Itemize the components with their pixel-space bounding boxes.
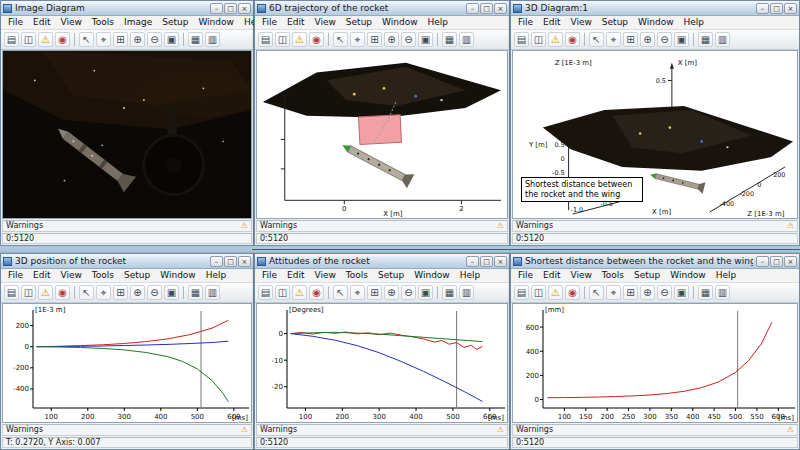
crosshair-icon[interactable]: ⌖	[606, 32, 621, 47]
zoom-in-icon[interactable]: ⊕	[640, 32, 655, 47]
close-button[interactable]: ×	[238, 3, 251, 14]
layout-icon[interactable]: ▥	[459, 32, 474, 47]
grid-icon[interactable]: ▦	[698, 285, 713, 300]
menu-item-edit[interactable]: Edit	[282, 16, 309, 29]
menu-item-view[interactable]: View	[310, 16, 341, 29]
maximize-button[interactable]: □	[224, 256, 237, 267]
menu-item-tools[interactable]: Tools	[597, 269, 629, 282]
print-icon[interactable]: ▤	[514, 32, 529, 47]
menu-item-file[interactable]: File	[3, 269, 28, 282]
warning-status-icon[interactable]: ⚠	[241, 425, 248, 434]
menu-item-file[interactable]: File	[257, 269, 282, 282]
minimize-button[interactable]: –	[756, 256, 769, 267]
copy-icon[interactable]: ◫	[21, 285, 36, 300]
pointer-icon[interactable]: ↖	[333, 285, 348, 300]
menu-item-setup[interactable]: Setup	[157, 16, 193, 29]
snapshot-icon[interactable]: ◉	[55, 285, 70, 300]
copy-icon[interactable]: ◫	[531, 285, 546, 300]
menu-item-setup[interactable]: Setup	[629, 269, 665, 282]
zoom-out-icon[interactable]: ⊖	[147, 285, 162, 300]
print-icon[interactable]: ▤	[514, 285, 529, 300]
minimize-button[interactable]: –	[466, 256, 479, 267]
menu-item-file[interactable]: File	[513, 16, 538, 29]
crosshair-icon[interactable]: ⌖	[606, 285, 621, 300]
menu-item-help[interactable]: Help	[201, 269, 232, 282]
snapshot-icon[interactable]: ◉	[309, 285, 324, 300]
zoom-window-icon[interactable]: ⊞	[367, 285, 382, 300]
zoom-window-icon[interactable]: ⊞	[113, 285, 128, 300]
menu-item-view[interactable]: View	[56, 16, 87, 29]
close-button[interactable]: ×	[494, 3, 507, 14]
warning-icon[interactable]: ⚠	[38, 285, 53, 300]
maximize-button[interactable]: □	[480, 256, 493, 267]
pointer-icon[interactable]: ↖	[589, 285, 604, 300]
menu-item-window[interactable]: Window	[377, 16, 423, 29]
trajectory-3d-view[interactable]: 0 2 X [m]	[256, 50, 508, 219]
title-bar[interactable]: Image Diagram – □ ×	[1, 1, 253, 16]
menu-item-window[interactable]: Window	[409, 269, 455, 282]
warning-icon[interactable]: ⚠	[548, 285, 563, 300]
warning-icon[interactable]: ⚠	[38, 32, 53, 47]
crosshair-icon[interactable]: ⌖	[350, 32, 365, 47]
menu-item-window[interactable]: Window	[665, 269, 711, 282]
menu-item-help[interactable]: Help	[711, 269, 742, 282]
close-button[interactable]: ×	[784, 3, 797, 14]
menu-item-window[interactable]: Window	[633, 16, 679, 29]
grid-icon[interactable]: ▦	[698, 32, 713, 47]
layout-icon[interactable]: ▥	[205, 32, 220, 47]
close-button[interactable]: ×	[784, 256, 797, 267]
distance-chart-view[interactable]: 0200400600100150200250300350400450500550…	[512, 303, 798, 423]
menu-item-file[interactable]: File	[3, 16, 28, 29]
menu-item-view[interactable]: View	[566, 269, 597, 282]
warning-status-icon[interactable]: ⚠	[787, 425, 794, 434]
crosshair-icon[interactable]: ⌖	[96, 285, 111, 300]
close-button[interactable]: ×	[494, 256, 507, 267]
copy-icon[interactable]: ◫	[275, 285, 290, 300]
title-bar[interactable]: 3D position of the rocket – □ ×	[1, 254, 253, 269]
layout-icon[interactable]: ▥	[715, 32, 730, 47]
menu-item-edit[interactable]: Edit	[28, 16, 55, 29]
title-bar[interactable]: 6D trajectory of the rocket – □ ×	[255, 1, 509, 16]
zoom-out-icon[interactable]: ⊖	[401, 285, 416, 300]
title-bar[interactable]: Attitudes of the rocket – □ ×	[255, 254, 509, 269]
copy-icon[interactable]: ◫	[531, 32, 546, 47]
maximize-button[interactable]: □	[480, 3, 493, 14]
menu-item-tools[interactable]: Tools	[341, 269, 373, 282]
diagram-3d-view[interactable]: Z [1E-3 m] X [m] 0.5 Y [m] 0.5 0 -0.5 -1…	[512, 50, 798, 219]
zoom-in-icon[interactable]: ⊕	[130, 32, 145, 47]
copy-icon[interactable]: ◫	[275, 32, 290, 47]
menu-item-help[interactable]: Help	[423, 16, 454, 29]
zoom-window-icon[interactable]: ⊞	[367, 32, 382, 47]
zoom-window-icon[interactable]: ⊞	[623, 285, 638, 300]
menu-item-tools[interactable]: Tools	[87, 16, 119, 29]
fit-view-icon[interactable]: ▣	[674, 32, 689, 47]
grid-icon[interactable]: ▦	[188, 32, 203, 47]
grid-icon[interactable]: ▦	[442, 285, 457, 300]
warning-icon[interactable]: ⚠	[292, 32, 307, 47]
zoom-in-icon[interactable]: ⊕	[640, 285, 655, 300]
snapshot-icon[interactable]: ◉	[565, 32, 580, 47]
menu-item-setup[interactable]: Setup	[341, 16, 377, 29]
menu-item-view[interactable]: View	[310, 269, 341, 282]
menu-item-file[interactable]: File	[513, 269, 538, 282]
zoom-out-icon[interactable]: ⊖	[401, 32, 416, 47]
grid-icon[interactable]: ▦	[188, 285, 203, 300]
print-icon[interactable]: ▤	[4, 32, 19, 47]
menu-item-tools[interactable]: Tools	[87, 269, 119, 282]
menu-item-image[interactable]: Image	[119, 16, 157, 29]
menu-item-view[interactable]: View	[566, 16, 597, 29]
menu-item-view[interactable]: View	[56, 269, 87, 282]
menu-item-setup[interactable]: Setup	[119, 269, 155, 282]
zoom-in-icon[interactable]: ⊕	[384, 32, 399, 47]
warning-status-icon[interactable]: ⚠	[497, 221, 504, 230]
minimize-button[interactable]: –	[756, 3, 769, 14]
minimize-button[interactable]: –	[210, 256, 223, 267]
menu-item-help[interactable]: Help	[679, 16, 710, 29]
crosshair-icon[interactable]: ⌖	[350, 285, 365, 300]
position-chart[interactable]: 2000-200-400100200300400500600[1E-3 m][m…	[3, 304, 251, 422]
minimize-button[interactable]: –	[466, 3, 479, 14]
menu-item-setup[interactable]: Setup	[373, 269, 409, 282]
pointer-icon[interactable]: ↖	[333, 32, 348, 47]
print-icon[interactable]: ▤	[258, 285, 273, 300]
snapshot-icon[interactable]: ◉	[55, 32, 70, 47]
